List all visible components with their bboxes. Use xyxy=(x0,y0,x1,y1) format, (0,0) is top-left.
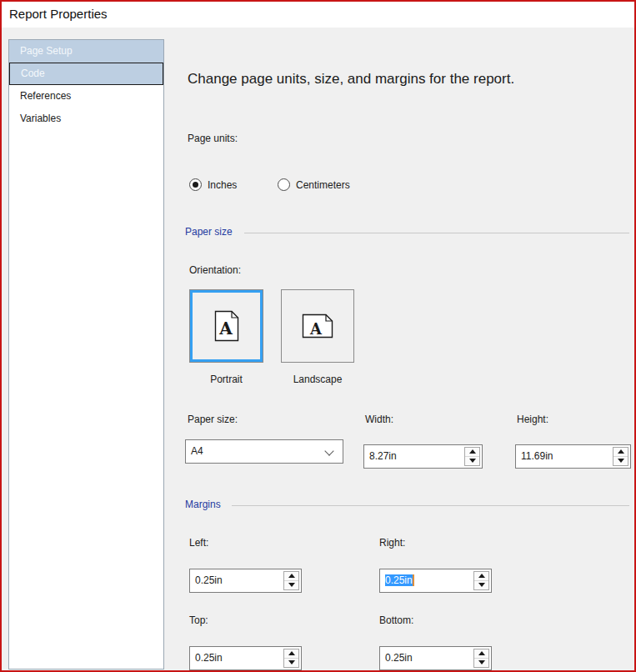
arrow-up-icon xyxy=(478,651,485,655)
arrow-down-icon xyxy=(478,583,485,587)
left-margin-spin-up-button[interactable] xyxy=(284,572,298,581)
chevron-down-icon xyxy=(324,446,333,455)
height-spinner xyxy=(613,447,628,466)
page-title: Report Properties xyxy=(9,7,108,21)
width-spinner xyxy=(464,447,480,466)
orientation-label: Orientation: xyxy=(189,264,241,276)
right-margin-input[interactable]: 0.25in xyxy=(379,569,492,593)
bottom-margin-input[interactable]: 0.25in xyxy=(379,646,492,670)
sidebar-list: Page Setup Code References Variables xyxy=(8,39,164,669)
margins-section-header: Margins xyxy=(185,499,221,510)
radio-button-icon xyxy=(278,178,290,191)
title-bar: Report Properties xyxy=(2,2,634,28)
sidebar-item-references[interactable]: References xyxy=(9,85,163,108)
right-margin-spin-up-button[interactable] xyxy=(474,572,488,581)
landscape-label: Landscape xyxy=(281,374,354,385)
portrait-page-icon: A xyxy=(214,310,239,342)
bottom-margin-spin-up-button[interactable] xyxy=(474,649,488,659)
width-input[interactable]: 8.27in xyxy=(363,444,483,469)
page-units-label: Page units: xyxy=(188,133,238,144)
left-margin-spin-down-button[interactable] xyxy=(284,581,298,590)
radio-inches-label: Inches xyxy=(208,179,237,191)
left-margin-value: 0.25in xyxy=(195,574,223,586)
svg-text:A: A xyxy=(218,318,233,339)
top-margin-spin-up-button[interactable] xyxy=(284,649,298,659)
arrow-down-icon xyxy=(288,583,295,587)
width-spin-up-button[interactable] xyxy=(465,448,479,457)
landscape-page-icon: A xyxy=(302,313,333,339)
arrow-down-icon xyxy=(618,459,624,463)
right-margin-value: 0.25in xyxy=(385,574,413,586)
left-margin-label: Left: xyxy=(189,537,208,549)
paper-size-section-header: Paper size xyxy=(185,226,233,238)
arrow-up-icon xyxy=(288,574,295,578)
paper-size-dropdown-value: A4 xyxy=(191,445,203,457)
right-margin-spin-down-button[interactable] xyxy=(474,581,488,590)
right-margin-spinner xyxy=(473,571,489,590)
sidebar-item-code[interactable]: Code xyxy=(9,63,163,85)
svg-text:A: A xyxy=(309,320,323,338)
left-margin-input[interactable]: 0.25in xyxy=(189,569,302,593)
bottom-margin-spin-down-button[interactable] xyxy=(474,659,488,668)
portrait-label: Portrait xyxy=(189,374,263,385)
left-margin-spinner xyxy=(283,571,299,590)
width-value: 8.27in xyxy=(369,450,397,462)
bottom-margin-value: 0.25in xyxy=(385,652,413,664)
paper-size-label: Paper size: xyxy=(188,414,238,425)
arrow-up-icon xyxy=(469,449,476,454)
top-margin-spinner xyxy=(283,649,299,668)
sidebar-item-variables[interactable]: Variables xyxy=(9,108,163,130)
section-divider xyxy=(232,505,629,506)
width-label: Width: xyxy=(365,414,393,425)
arrow-down-icon xyxy=(478,660,485,664)
radio-inches[interactable]: Inches xyxy=(189,178,237,191)
text-caret xyxy=(413,574,414,586)
portrait-button[interactable]: A xyxy=(189,289,263,363)
top-margin-input[interactable]: 0.25in xyxy=(189,646,302,670)
arrow-up-icon xyxy=(618,449,624,454)
report-properties-dialog: Report Properties Page Setup Code Refere… xyxy=(0,0,636,672)
width-spin-down-button[interactable] xyxy=(465,457,479,466)
height-label: Height: xyxy=(517,414,548,425)
arrow-down-icon xyxy=(288,660,295,664)
top-margin-spin-down-button[interactable] xyxy=(284,659,298,668)
landscape-button[interactable]: A xyxy=(281,289,354,363)
sidebar-item-page-setup[interactable]: Page Setup xyxy=(9,40,163,63)
top-margin-label: Top: xyxy=(189,614,208,626)
radio-centimeters[interactable]: Centimeters xyxy=(278,178,350,191)
height-value: 11.69in xyxy=(521,450,553,462)
height-input[interactable]: 11.69in xyxy=(515,444,631,469)
radio-button-icon xyxy=(189,178,202,191)
dialog-heading: Change page units, size, and margins for… xyxy=(188,71,514,88)
radio-centimeters-label: Centimeters xyxy=(296,179,350,191)
height-spin-up-button[interactable] xyxy=(613,448,628,457)
bottom-margin-spinner xyxy=(473,649,489,668)
bottom-margin-label: Bottom: xyxy=(379,614,413,626)
top-margin-value: 0.25in xyxy=(195,652,223,664)
arrow-up-icon xyxy=(478,574,485,578)
paper-size-dropdown[interactable]: A4 xyxy=(185,439,343,464)
right-margin-label: Right: xyxy=(379,537,405,549)
height-spin-down-button[interactable] xyxy=(613,457,628,466)
section-divider xyxy=(244,233,629,233)
arrow-up-icon xyxy=(288,651,295,655)
arrow-down-icon xyxy=(469,459,476,463)
